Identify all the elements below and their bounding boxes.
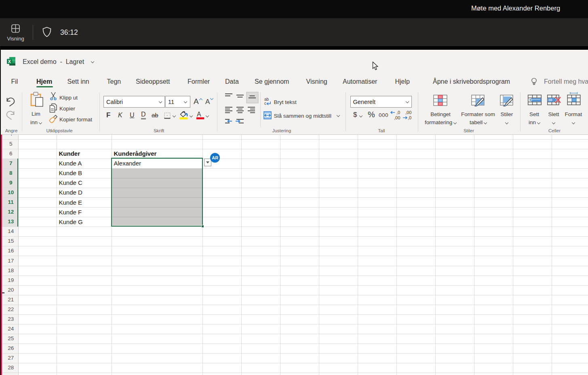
svg-text:,00: ,00	[405, 110, 411, 115]
svg-text:,0: ,0	[396, 110, 400, 115]
svg-text:c: c	[264, 101, 266, 106]
svg-text:,00: ,00	[394, 115, 400, 120]
svg-text:X: X	[8, 59, 11, 64]
svg-text:,0: ,0	[408, 115, 411, 120]
